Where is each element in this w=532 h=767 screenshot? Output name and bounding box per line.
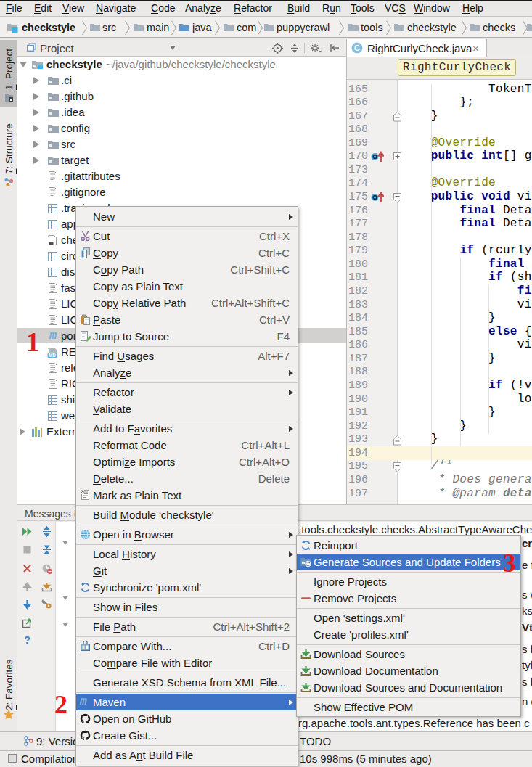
- svg-text:C: C: [354, 44, 360, 52]
- svg-text:MD: MD: [49, 353, 56, 358]
